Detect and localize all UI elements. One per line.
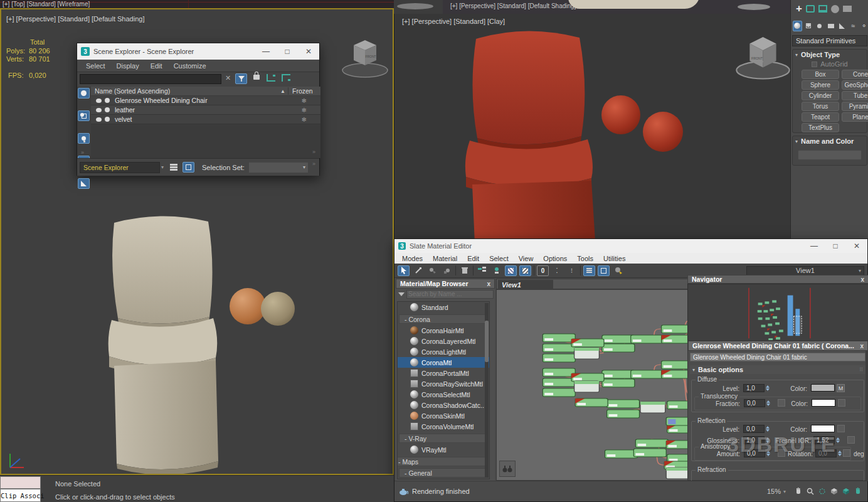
category-geometry-icon[interactable]: [793, 21, 802, 31]
zoom-extents-icon[interactable]: [828, 486, 840, 497]
search-input[interactable]: [80, 74, 221, 84]
view-tab[interactable]: View1: [498, 280, 553, 289]
menu-select[interactable]: Select: [86, 62, 105, 70]
button-tube[interactable]: Tube: [842, 91, 868, 100]
menu-material[interactable]: Material: [433, 255, 457, 262]
zoom-dropdown[interactable]: 15% ▾: [767, 488, 786, 495]
maximize-button[interactable]: □: [277, 47, 298, 56]
show-numbers-icon[interactable]: 0: [537, 265, 549, 276]
find-nodes-button[interactable]: [499, 461, 516, 477]
material-name-field[interactable]: Glenrose Wheeled Dining Chair 01 fabric: [690, 353, 865, 361]
menu-options[interactable]: Options: [543, 255, 567, 262]
visibility-eye-icon[interactable]: [96, 108, 102, 112]
pan-hand-icon[interactable]: [792, 486, 804, 497]
menu-modes[interactable]: Modes: [402, 255, 423, 262]
layout-vertical-icon[interactable]: ⁚: [551, 265, 563, 276]
menu-customize[interactable]: Customize: [174, 62, 206, 70]
layers-icon[interactable]: [170, 164, 177, 171]
menu-select[interactable]: Select: [489, 255, 509, 262]
menu-edit[interactable]: Edit: [467, 255, 479, 262]
material-item-coronalightmtl[interactable]: CoronaLightMtl: [398, 346, 489, 357]
frozen-icon[interactable]: ❄: [302, 116, 307, 123]
table-row[interactable]: velvet ❄: [91, 115, 320, 124]
browser-scrollbar[interactable]: [485, 303, 489, 478]
object-name-field[interactable]: [798, 150, 862, 160]
material-item-coronaportalmtl[interactable]: CoronaPortalMtl: [398, 368, 489, 378]
zoom-extents-selected-icon[interactable]: [840, 486, 852, 497]
params-scrollbar[interactable]: [865, 351, 868, 481]
menu-utilities[interactable]: Utilities: [603, 255, 625, 262]
lock-icon[interactable]: [253, 75, 260, 80]
selectability-dot-icon[interactable]: [105, 98, 110, 103]
selectability-dot-icon[interactable]: [105, 117, 110, 122]
selectability-dot-icon[interactable]: [105, 107, 110, 112]
table-row[interactable]: Glenrose Wheeled Dining Chair ❄: [91, 96, 320, 105]
tab-display-icon[interactable]: [843, 6, 852, 12]
footer-overflow-chevron[interactable]: »: [312, 161, 315, 167]
diffuse-color-swatch[interactable]: [811, 384, 835, 392]
button-textplus[interactable]: TextPlus: [802, 123, 839, 132]
visibility-eye-icon[interactable]: [96, 99, 102, 103]
close-button[interactable]: ✕: [298, 47, 319, 56]
search-options-icon[interactable]: [398, 292, 405, 296]
category-cameras-icon[interactable]: [826, 21, 835, 31]
spinner-arrows-icon[interactable]: [838, 451, 842, 456]
button-geosphere[interactable]: GeoSphere: [842, 80, 868, 90]
material-item-coronashadowcatchermtl[interactable]: CoronaShadowCatc..: [398, 400, 489, 410]
pan-selected-icon[interactable]: [852, 486, 864, 497]
object-type-header[interactable]: ▾ Object Type: [793, 50, 867, 60]
material-item-coronahairmtl[interactable]: CoronaHairMtl: [398, 325, 489, 336]
viewport-label-top-right[interactable]: [+] [Perspective] [Standard] [Default Sh…: [450, 3, 576, 9]
diffuse-level-spinner[interactable]: 1,0: [743, 384, 770, 392]
list-overflow-chevron[interactable]: »: [312, 149, 315, 155]
toolbar-view-dropdown[interactable]: View1 ▾: [746, 266, 864, 275]
filter-icon[interactable]: [235, 73, 247, 84]
display-helpers-icon[interactable]: [78, 178, 90, 189]
spinner-arrows-icon[interactable]: [766, 426, 770, 432]
menu-display[interactable]: Display: [117, 62, 139, 70]
explorer-mode-dropdown[interactable]: Scene Explorer: [80, 162, 160, 173]
button-teapot[interactable]: Teapot: [802, 112, 839, 122]
category-helpers-icon[interactable]: [837, 21, 847, 31]
rail-overflow-chevron[interactable]: »: [81, 149, 84, 156]
group-general[interactable]: - General: [399, 468, 488, 478]
material-item-coronaselectmtl[interactable]: CoronaSelectMtl: [398, 389, 489, 400]
menu-tools[interactable]: Tools: [577, 255, 593, 262]
navigator-minimap[interactable]: [687, 284, 868, 343]
navigator-header[interactable]: Navigator x: [687, 275, 868, 284]
move-children-icon[interactable]: [476, 265, 488, 276]
collapse-tree-icon[interactable]: [282, 74, 290, 82]
visibility-eye-icon[interactable]: [96, 117, 102, 122]
scrollbar-thumb[interactable]: [485, 321, 489, 362]
viewcube[interactable]: FRONT: [337, 31, 393, 82]
spinner-arrows-icon[interactable]: [766, 400, 770, 406]
dropdown-arrow-icon[interactable]: ▾: [161, 164, 164, 170]
button-box[interactable]: Box: [802, 70, 839, 79]
viewport-perspective-clay[interactable]: [+] [Perspective] [Standard] [Clay] FRON…: [394, 14, 790, 238]
category-lights-icon[interactable]: [815, 21, 824, 31]
viewport-label[interactable]: [+] [Perspective] [Standard] [Default Sh…: [6, 15, 144, 23]
minimize-button[interactable]: —: [803, 242, 825, 250]
show-shaded-material-icon[interactable]: [505, 265, 517, 276]
render-preview-icon[interactable]: [612, 265, 624, 276]
clear-search-icon[interactable]: ✕: [225, 74, 231, 82]
hierarchy-view-icon[interactable]: [183, 162, 194, 173]
frozen-icon[interactable]: ❄: [302, 97, 307, 104]
material-item-coronamtl[interactable]: CoronaMtl: [398, 357, 489, 368]
layout-all-vertical-icon[interactable]: [583, 265, 595, 276]
display-lights-icon[interactable]: [78, 133, 90, 144]
slate-material-editor-window[interactable]: 3 Slate Material Editor — □ ✕ Modes Mate…: [394, 238, 868, 502]
group-corona[interactable]: - Corona: [399, 314, 488, 324]
tab-modify-icon[interactable]: [806, 5, 815, 13]
group-vray[interactable]: - V-Ray: [399, 434, 488, 443]
button-cone[interactable]: Cone: [842, 70, 868, 79]
selection-set-dropdown[interactable]: ▾: [248, 162, 309, 173]
reflection-color-swatch[interactable]: [811, 425, 835, 432]
autogrid-checkbox[interactable]: [812, 61, 817, 67]
menu-view[interactable]: View: [519, 255, 534, 262]
button-plane[interactable]: Plane: [842, 112, 868, 122]
material-item-coronarayswitchmtl[interactable]: CoronaRaySwitchMtl: [398, 378, 489, 389]
name-color-header[interactable]: ▾ Name and Color: [793, 136, 867, 146]
button-cylinder[interactable]: Cylinder: [802, 91, 839, 100]
expand-tree-icon[interactable]: [267, 74, 275, 82]
